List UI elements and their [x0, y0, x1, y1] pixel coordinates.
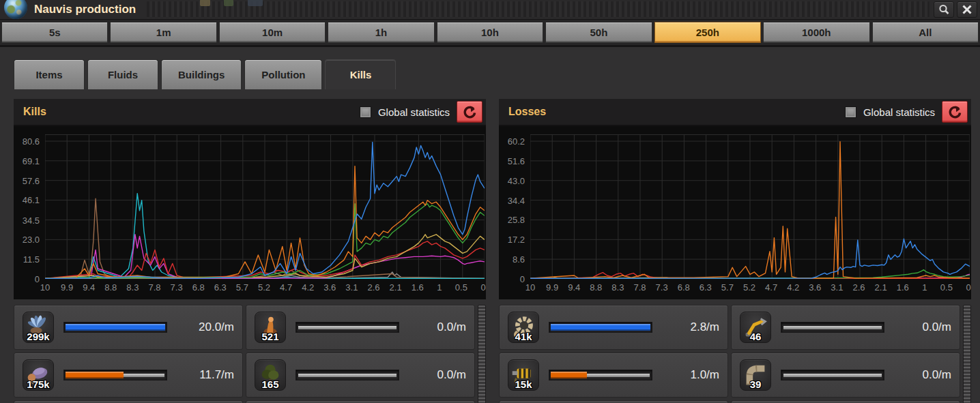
y-tick-label: 0: [520, 274, 525, 284]
global-statistics-label[interactable]: Global statistics: [378, 106, 450, 118]
panel-scrollbar[interactable]: [963, 305, 971, 403]
tree-icon[interactable]: 165: [255, 359, 286, 391]
global-statistics-checkbox[interactable]: [845, 106, 856, 118]
x-tick-label: 7.3: [171, 282, 183, 293]
panel-scrollbar[interactable]: [478, 305, 486, 403]
pipe-icon[interactable]: 39: [740, 359, 771, 391]
y-tick-label: 80.6: [23, 136, 40, 147]
time-range-50h[interactable]: 50h: [545, 22, 652, 43]
rate-bar: [781, 370, 884, 380]
y-tick-label: 34.4: [508, 195, 525, 205]
inserter-icon[interactable]: 46: [740, 312, 771, 343]
item-list: 299k20.0/m 5210.0/m 175k11.7/m 1650.0/m: [14, 305, 486, 403]
item-row[interactable]: 390.0/m: [731, 353, 960, 398]
tab-kills[interactable]: Kills: [325, 59, 396, 89]
kills-chart: [45, 134, 485, 279]
reset-icon: [947, 105, 963, 119]
time-range-all[interactable]: All: [872, 22, 979, 43]
kill-count: 41k: [515, 331, 532, 342]
item-row[interactable]: 1650.0/m: [246, 353, 475, 398]
close-button[interactable]: [957, 1, 977, 18]
reset-icon: [462, 105, 478, 119]
flame-turret-icon[interactable]: 15k: [508, 359, 539, 391]
x-tick-label: 9.4: [83, 282, 95, 293]
y-tick-label: 0: [35, 274, 40, 284]
x-tick-label: 5.7: [721, 282, 734, 293]
global-statistics-checkbox[interactable]: [360, 106, 371, 118]
y-tick-label: 69.1: [23, 155, 40, 166]
kill-count: 299k: [27, 331, 49, 342]
item-row[interactable]: 299k20.0/m: [14, 305, 243, 350]
item-row[interactable]: [731, 400, 960, 403]
x-tick-label: 5.2: [258, 282, 270, 293]
y-tick-label: 17.2: [508, 235, 525, 245]
rate-value: 0.0/m: [409, 368, 466, 382]
time-range-1000h[interactable]: 1000h: [763, 22, 869, 43]
search-button[interactable]: [934, 1, 954, 18]
rate-bar: [549, 322, 652, 333]
reset-statistics-button[interactable]: [942, 101, 968, 123]
item-row[interactable]: 5210.0/m: [246, 305, 475, 350]
time-range-1h[interactable]: 1h: [328, 22, 434, 43]
panel-title: Losses: [508, 106, 838, 118]
kill-count: 521: [261, 331, 278, 342]
x-tick-label: 10: [40, 282, 50, 293]
item-row[interactable]: 460.0/m: [731, 305, 960, 350]
x-tick-label: 5.7: [236, 282, 248, 293]
item-row[interactable]: 15k1.0/m: [499, 353, 728, 398]
y-tick-label: 46.1: [23, 195, 40, 205]
reset-statistics-button[interactable]: [457, 101, 482, 123]
x-tick-label: 4.2: [787, 282, 799, 293]
x-tick-label: 0.5: [940, 282, 953, 293]
titlebar: Nauvis production: [0, 0, 980, 19]
y-tick-label: 23.0: [23, 235, 40, 245]
rate-bar: [63, 322, 167, 333]
item-row[interactable]: [14, 400, 243, 403]
nauvis-planet-icon: [4, 0, 27, 19]
x-tick-label: 8.8: [104, 282, 117, 293]
tab-buildings[interactable]: Buildings: [161, 59, 242, 89]
time-range-10m[interactable]: 10m: [219, 22, 326, 43]
kills-panel: Kills Global statistics 80.669.157.646.1…: [14, 99, 486, 403]
x-tick-label: 4.7: [765, 282, 777, 293]
y-tick-label: 57.6: [23, 175, 40, 185]
time-range-250h[interactable]: 250h: [654, 22, 761, 43]
rate-bar: [781, 322, 884, 333]
time-range-bar: 5s1m10m1h10h50h250h1000hAll: [0, 19, 980, 47]
kill-count: 39: [750, 378, 762, 390]
small-biter-icon[interactable]: 299k: [23, 312, 54, 343]
x-tick-label: 4.2: [302, 282, 314, 293]
x-tick-label: 6.8: [678, 282, 690, 293]
losses-chart: [530, 134, 970, 279]
rate-value: 0.0/m: [409, 320, 466, 334]
x-tick-label: 1.6: [412, 282, 424, 293]
big-biter-icon[interactable]: 175k: [23, 359, 54, 391]
rate-value: 0.0/m: [894, 368, 951, 382]
time-range-1m[interactable]: 1m: [110, 22, 216, 43]
x-tick-label: 7.8: [148, 282, 160, 293]
time-range-5s[interactable]: 5s: [1, 22, 108, 43]
x-tick-label: 4.7: [280, 282, 292, 293]
time-range-10h[interactable]: 10h: [437, 22, 543, 43]
x-tick-label: 9.9: [546, 282, 558, 293]
statistics-panels: Kills Global statistics 80.669.157.646.1…: [14, 99, 971, 403]
item-row[interactable]: [246, 400, 475, 403]
global-statistics-label[interactable]: Global statistics: [863, 106, 935, 118]
panel-title: Kills: [23, 106, 353, 118]
y-tick-label: 11.5: [23, 254, 40, 265]
titlebar-drag-area[interactable]: [147, 1, 929, 17]
item-row[interactable]: [499, 400, 728, 403]
spitter-icon[interactable]: 521: [255, 312, 286, 343]
tab-fluids[interactable]: Fluids: [87, 59, 158, 89]
item-row[interactable]: 175k11.7/m: [14, 353, 243, 398]
turret-ring-icon[interactable]: 41k: [508, 312, 539, 343]
background-icon: [200, 0, 210, 6]
x-tick-label: 0: [966, 282, 970, 293]
x-tick-label: 1: [437, 282, 442, 293]
kill-count: 165: [261, 378, 278, 390]
x-tick-label: 1.6: [897, 282, 909, 293]
item-row[interactable]: 41k2.8/m: [499, 305, 728, 350]
y-axis-labels: 60.251.643.034.425.817.28.60: [499, 134, 530, 279]
tab-pollution[interactable]: Pollution: [244, 59, 322, 89]
tab-items[interactable]: Items: [14, 59, 85, 89]
